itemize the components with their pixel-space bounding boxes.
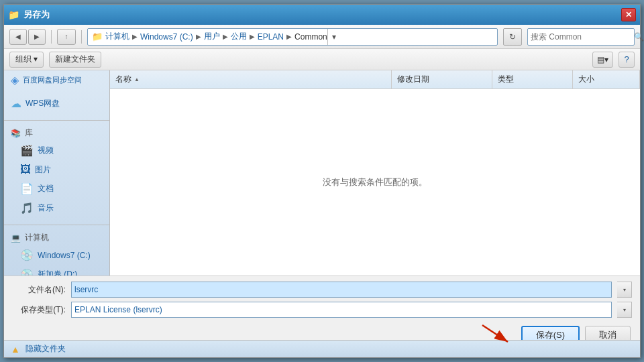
col-size-label: 大小 <box>578 74 594 85</box>
filetype-row: 保存类型(T): ▾ <box>12 302 632 318</box>
organize-button[interactable]: 组织 ▾ <box>9 52 44 68</box>
breadcrumb-dropdown[interactable]: ▾ <box>327 28 341 46</box>
breadcrumb-sep-2: ▶ <box>196 33 201 40</box>
sidebar-item-d-drive[interactable]: 💿 新加卷 (D:) <box>4 265 109 276</box>
pictures-icon: 🖼 <box>20 164 31 176</box>
col-header-type[interactable]: 类型 <box>492 70 573 88</box>
music-icon: 🎵 <box>20 202 34 215</box>
sort-arrow: ▲ <box>134 76 140 82</box>
search-icon: 🔍 <box>634 32 644 42</box>
library-icon: 📚 <box>11 129 21 138</box>
file-content: 没有与搜索条件匹配的项。 <box>110 89 640 276</box>
d-drive-label: 新加卷 (D:) <box>38 269 77 276</box>
breadcrumb-parts: 计算机 ▶ Windows7 (C:) ▶ 用户 ▶ 公用 ▶ EPLAN ▶ … <box>105 31 327 42</box>
filename-input[interactable] <box>71 282 612 298</box>
d-drive-icon: 💿 <box>20 268 34 276</box>
title-bar: 📁 另存为 ✕ <box>4 5 640 25</box>
file-header: 名称 ▲ 修改日期 类型 大小 <box>110 70 640 89</box>
video-label: 视频 <box>38 145 54 156</box>
forward-button[interactable]: ▶ <box>28 29 46 45</box>
sidebar-item-wps[interactable]: ☁ WPS网盘 <box>4 94 109 113</box>
dialog-title: 另存为 <box>23 9 621 21</box>
c-drive-icon: 💿 <box>20 249 34 261</box>
help-button[interactable]: ? <box>619 52 635 68</box>
filetype-input[interactable] <box>71 302 612 318</box>
sidebar-section-computer: 💻 计算机 <box>4 228 109 245</box>
sidebar-item-music[interactable]: 🎵 音乐 <box>4 198 109 218</box>
nav-separator <box>51 30 52 44</box>
save-dialog: 📁 另存为 ✕ ◀ ▶ ↑ 📁 计算机 ▶ Windows7 (C:) ▶ 用户… <box>3 4 641 358</box>
c-drive-label: Windows7 (C:) <box>38 251 91 260</box>
sidebar-divider-1 <box>4 120 109 121</box>
documents-icon: 📄 <box>20 182 34 195</box>
svg-line-1 <box>482 325 508 342</box>
computer-icon: 💻 <box>11 233 21 243</box>
sidebar-item-c-drive[interactable]: 💿 Windows7 (C:) <box>4 245 109 265</box>
breadcrumb-sep-5: ▶ <box>286 33 292 40</box>
library-label: 库 <box>25 127 33 139</box>
main-area: ◈ 百度网盘同步空间 ☁ WPS网盘 📚 库 🎬 视频 🖼 图片 <box>4 70 640 276</box>
filetype-label: 保存类型(T): <box>12 304 66 316</box>
nav-separator2 <box>81 30 82 44</box>
baidu-icon: ◈ <box>11 74 19 86</box>
pictures-label: 图片 <box>35 164 51 176</box>
back-button[interactable]: ◀ <box>9 29 27 45</box>
col-header-name[interactable]: 名称 ▲ <box>110 70 392 88</box>
music-label: 音乐 <box>38 202 54 214</box>
breadcrumb-bar[interactable]: 📁 计算机 ▶ Windows7 (C:) ▶ 用户 ▶ 公用 ▶ EPLAN … <box>87 28 498 46</box>
computer-label: 计算机 <box>25 232 49 243</box>
sidebar-item-video[interactable]: 🎬 视频 <box>4 141 109 160</box>
filename-row: 文件名(N): ▾ <box>12 282 632 298</box>
hide-folders-toggle[interactable]: 隐藏文件夹 <box>25 343 66 355</box>
dialog-icon: 📁 <box>8 9 19 20</box>
video-icon: 🎬 <box>20 144 34 157</box>
breadcrumb-folder-icon: 📁 <box>92 32 103 42</box>
nav-toolbar: ◀ ▶ ↑ 📁 计算机 ▶ Windows7 (C:) ▶ 用户 ▶ 公用 ▶ … <box>4 25 640 49</box>
folder-toggle-icon: ▲ <box>11 344 20 355</box>
action-toolbar: 组织 ▾ 新建文件夹 ▤▾ ? <box>4 49 640 70</box>
search-box[interactable]: 🔍 <box>527 28 635 46</box>
breadcrumb-sep-4: ▶ <box>250 33 255 40</box>
breadcrumb-part-1[interactable]: 计算机 <box>105 31 129 42</box>
filename-dropdown[interactable]: ▾ <box>617 282 632 298</box>
col-header-size[interactable]: 大小 <box>573 70 640 88</box>
view-button[interactable]: ▤▾ <box>592 52 613 68</box>
breadcrumb-part-2[interactable]: Windows7 (C:) <box>140 32 193 42</box>
sidebar-item-baidu-label: 百度网盘同步空间 <box>23 75 82 85</box>
sidebar-item-pictures[interactable]: 🖼 图片 <box>4 160 109 179</box>
filename-label: 文件名(N): <box>12 284 66 296</box>
empty-message: 没有与搜索条件匹配的项。 <box>323 176 427 188</box>
file-area: 名称 ▲ 修改日期 类型 大小 没有与搜索条件匹配的项。 <box>110 70 640 276</box>
filetype-dropdown[interactable]: ▾ <box>617 302 632 318</box>
breadcrumb-part-3[interactable]: 用户 <box>204 31 220 42</box>
sidebar: ◈ 百度网盘同步空间 ☁ WPS网盘 📚 库 🎬 视频 🖼 图片 <box>4 70 110 276</box>
search-input[interactable] <box>531 32 631 42</box>
breadcrumb-part-5[interactable]: EPLAN <box>258 32 284 42</box>
documents-label: 文档 <box>38 183 54 194</box>
col-date-label: 修改日期 <box>397 74 429 85</box>
breadcrumb-part-4[interactable]: 公用 <box>231 31 247 42</box>
nav-buttons: ◀ ▶ <box>9 29 46 45</box>
close-button[interactable]: ✕ <box>621 8 636 21</box>
new-folder-button[interactable]: 新建文件夹 <box>49 52 101 68</box>
up-button[interactable]: ↑ <box>57 29 76 45</box>
breadcrumb-sep-1: ▶ <box>132 33 138 40</box>
arrow-indicator <box>476 322 516 349</box>
breadcrumb-sep-3: ▶ <box>223 33 228 40</box>
sidebar-item-baidu[interactable]: ◈ 百度网盘同步空间 <box>4 70 109 90</box>
footer-bar: ▲ 隐藏文件夹 <box>4 340 640 357</box>
refresh-button[interactable]: ↻ <box>503 28 522 46</box>
col-name-label: 名称 <box>115 74 131 85</box>
breadcrumb-part-6[interactable]: Common <box>294 32 327 42</box>
bottom-panel: 文件名(N): ▾ 保存类型(T): ▾ 保存(S) 取消 <box>4 276 640 340</box>
sidebar-section-library: 📚 库 <box>4 123 109 141</box>
sidebar-item-documents[interactable]: 📄 文档 <box>4 179 109 198</box>
wps-icon: ☁ <box>11 97 21 110</box>
col-type-label: 类型 <box>498 74 514 85</box>
sidebar-divider-2 <box>4 225 109 225</box>
sidebar-item-wps-label: WPS网盘 <box>25 98 60 109</box>
col-header-date[interactable]: 修改日期 <box>392 70 492 88</box>
